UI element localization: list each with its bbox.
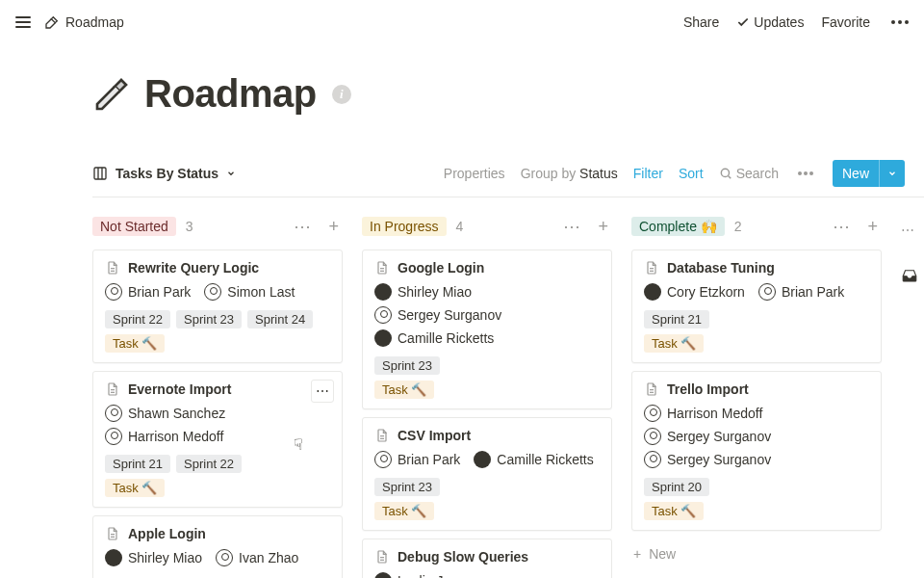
card-tags: Sprint 22Sprint 23Sprint 24 [105, 310, 330, 328]
svg-point-3 [721, 169, 729, 176]
add-card-link[interactable]: +New [631, 540, 882, 567]
breadcrumb[interactable]: Roadmap [44, 14, 124, 30]
column-status-pill[interactable]: In Progress [362, 217, 447, 236]
board-card[interactable]: CSV ImportBrian ParkCamille RickettsSpri… [362, 417, 612, 531]
column-status-pill[interactable]: Not Started [92, 217, 176, 236]
column-count: 3 [186, 219, 193, 234]
inbox-icon[interactable]: N [901, 267, 924, 284]
sprint-tag: Sprint 23 [176, 310, 242, 328]
avatar [374, 451, 392, 468]
board-card[interactable]: Evernote ImportShawn SanchezHarrison Med… [92, 371, 343, 508]
sort-button[interactable]: Sort [679, 166, 704, 181]
column-more-menu[interactable]: ⋯ [290, 214, 315, 239]
person-chip: Shawn Sanchez [105, 405, 225, 422]
avatar [644, 405, 661, 422]
avatar [105, 549, 122, 566]
avatar [374, 283, 392, 301]
search-icon [719, 167, 732, 180]
column-header: In Progress4⋯+ [362, 211, 612, 242]
card-title: Debug Slow Queries [374, 549, 600, 565]
person-chip: Leslie Jensen [374, 572, 480, 578]
filter-button[interactable]: Filter [633, 166, 663, 181]
updates-button[interactable]: Updates [736, 14, 804, 30]
view-actions: Properties Group by Status Filter Sort S… [444, 160, 924, 187]
column-add-card[interactable]: + [863, 215, 882, 239]
sprint-tag: Sprint 23 [374, 478, 440, 496]
person-chip: Brian Park [374, 451, 460, 468]
card-title: Database Tuning [644, 260, 869, 276]
card-title: CSV Import [374, 428, 600, 443]
topbar: Roadmap Share Updates Favorite [0, 0, 924, 43]
view-name: Tasks By Status [116, 166, 218, 181]
card-more-menu[interactable]: ⋯ [311, 380, 334, 403]
page-icon [644, 381, 659, 397]
properties-button[interactable]: Properties [444, 166, 505, 181]
sprint-tag: Sprint 22 [176, 455, 242, 473]
page-title[interactable]: Roadmap [144, 72, 317, 116]
board: Not Started3⋯+Rewrite Query LogicBrian P… [92, 211, 924, 578]
column-more-menu[interactable]: ⋯ [559, 214, 584, 239]
board-column: Complete 🙌2⋯+Database TuningCory Etzkorn… [631, 211, 882, 578]
info-icon[interactable]: i [332, 85, 351, 104]
menu-toggle[interactable] [12, 13, 35, 32]
sprint-tag: Sprint 24 [247, 310, 313, 328]
card-type-row: Task 🔨 [644, 334, 869, 353]
type-tag: Task 🔨 [374, 502, 434, 520]
board-card[interactable]: Apple LoginShirley MiaoIvan Zhao [92, 515, 343, 578]
column-add-card[interactable]: + [324, 215, 343, 239]
page-icon [105, 526, 120, 541]
group-by-button[interactable]: Group by Status [521, 166, 618, 181]
hidden-more-menu[interactable]: ⋯ [901, 223, 914, 238]
share-button[interactable]: Share [683, 14, 719, 30]
avatar [105, 428, 122, 445]
person-chip: Ivan Zhao [216, 549, 298, 566]
type-tag: Task 🔨 [644, 502, 704, 520]
avatar [758, 283, 776, 301]
board-column: In Progress4⋯+Google LoginShirley MiaoSe… [362, 211, 612, 578]
avatar [374, 306, 392, 324]
page-icon [374, 428, 390, 443]
card-tags: Sprint 23 [374, 478, 600, 496]
card-tags: Sprint 21 [644, 310, 869, 328]
more-menu[interactable] [887, 16, 912, 28]
avatar [644, 451, 661, 468]
person-chip: Harrison Medoff [644, 405, 762, 422]
avatar [204, 283, 221, 301]
sprint-tag: Sprint 20 [644, 478, 709, 496]
view-more-menu[interactable] [794, 168, 817, 179]
person-chip: Harrison Medoff [105, 428, 223, 445]
board-card[interactable]: Debug Slow QueriesLeslie Jensen [362, 539, 612, 578]
page-icon [374, 549, 390, 565]
avatar [644, 428, 661, 445]
person-chip: Sergey Surganov [374, 306, 501, 324]
board-card[interactable]: Database TuningCory EtzkornBrian ParkSpr… [631, 250, 882, 363]
column-add-card[interactable]: + [594, 215, 612, 239]
page-icon[interactable] [92, 75, 131, 114]
new-dropdown[interactable] [879, 160, 905, 187]
column-header: Complete 🙌2⋯+ [631, 211, 882, 242]
person-chip: Shirley Miao [105, 549, 202, 566]
card-people: Harrison MedoffSergey SurganovSergey Sur… [644, 405, 869, 468]
column-status-pill[interactable]: Complete 🙌 [631, 217, 725, 236]
board-card[interactable]: Google LoginShirley MiaoSergey SurganovC… [362, 250, 612, 409]
new-button[interactable]: New [833, 160, 905, 187]
sprint-tag: Sprint 21 [644, 310, 709, 328]
plus-icon: + [633, 546, 641, 562]
breadcrumb-title: Roadmap [65, 14, 124, 30]
board-card[interactable]: Trello ImportHarrison MedoffSergey Surga… [631, 371, 882, 531]
person-chip: Sergey Surganov [644, 428, 771, 445]
card-type-row: Task 🔨 [374, 502, 600, 520]
card-type-row: Task 🔨 [644, 502, 869, 520]
column-count: 4 [456, 219, 464, 234]
page-icon [644, 260, 659, 276]
avatar [105, 283, 122, 301]
favorite-button[interactable]: Favorite [821, 14, 870, 30]
person-chip: Brian Park [758, 283, 844, 301]
column-more-menu[interactable]: ⋯ [829, 214, 854, 239]
column-header: Not Started3⋯+ [92, 211, 343, 242]
hidden-columns-peek: ⋯+HiddeN [901, 211, 924, 578]
view-picker[interactable]: Tasks By Status [92, 166, 236, 181]
board-card[interactable]: Rewrite Query LogicBrian ParkSimon LastS… [92, 250, 343, 363]
search-button[interactable]: Search [719, 166, 779, 181]
type-tag: Task 🔨 [374, 381, 434, 399]
